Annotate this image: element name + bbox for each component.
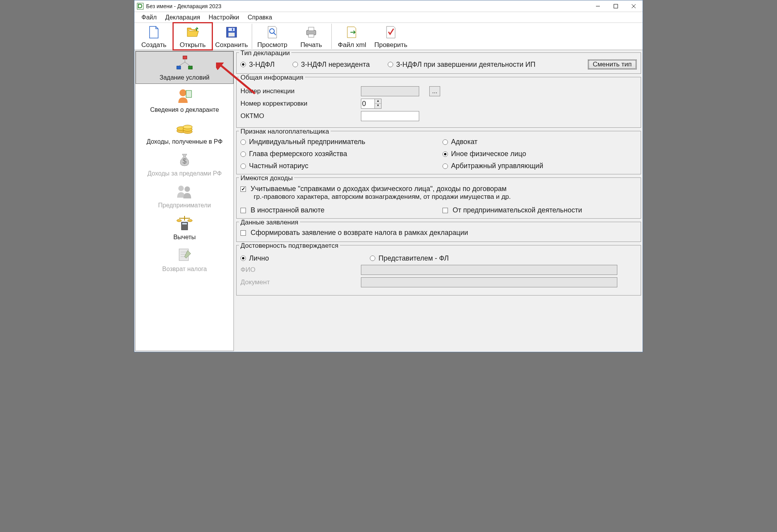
svg-rect-6	[228, 28, 235, 31]
oktmo-field[interactable]	[361, 111, 419, 121]
scales-calc-icon	[175, 214, 194, 232]
sidebar-item-income-foreign: $ Доходы за пределами РФ	[136, 148, 233, 179]
taxpayer-individual[interactable]: Иное физическое лицо	[443, 150, 637, 158]
main-panel: Тип декларации 3-НДФЛ 3-НДФЛ нерезидента…	[235, 50, 643, 352]
conditions-icon	[175, 55, 194, 73]
income-group: Имеются доходы Учитываемые "справками о …	[236, 177, 641, 219]
toolbar: Создать Открыть Сохранить Просмотр Печа	[134, 23, 643, 50]
decl-type-3ndfl[interactable]: 3-НДФЛ	[240, 61, 275, 69]
decl-type-nonresident[interactable]: 3-НДФЛ нерезидента	[293, 61, 370, 69]
svg-rect-21	[186, 90, 192, 97]
taxpayer-ip[interactable]: Индивидуальный предприниматель	[240, 138, 435, 146]
app-window: Без имени - Декларация 2023 Файл Деклара…	[134, 0, 643, 352]
printer-icon	[304, 25, 318, 39]
menu-file[interactable]: Файл	[138, 13, 160, 22]
taxpayer-notary[interactable]: Частный нотариус	[240, 162, 435, 170]
toolbar-xml[interactable]: Файл xml	[333, 23, 371, 50]
toolbar-preview[interactable]: Просмотр	[253, 23, 292, 50]
change-type-button[interactable]: Сменить тип	[588, 59, 637, 70]
svg-rect-15	[177, 66, 181, 69]
income-entrepreneur-check[interactable]: От предпринимательской деятельности	[443, 206, 582, 214]
close-button[interactable]	[625, 0, 643, 12]
person-icon	[175, 87, 194, 105]
svg-point-29	[185, 186, 190, 192]
form-refund-application-check[interactable]: Сформировать заявление о возврате налога…	[240, 229, 468, 237]
taxpayer-farmer[interactable]: Глава фермерского хозяйства	[240, 150, 435, 158]
svg-rect-12	[308, 27, 314, 31]
toolbar-create[interactable]: Создать	[134, 23, 173, 50]
sidebar-item-conditions[interactable]: Задание условий	[136, 51, 233, 84]
spin-down[interactable]: ▼	[375, 104, 381, 108]
toolbar-open[interactable]: Открыть	[173, 23, 212, 50]
svg-rect-16	[188, 66, 192, 69]
minimize-button[interactable]	[589, 0, 607, 12]
auth-personal[interactable]: Лично	[240, 254, 269, 263]
income-certificates-check[interactable]: Учитываемые "справками о доходах физичес…	[240, 185, 507, 193]
svg-point-33	[188, 219, 192, 222]
taxpayer-lawyer[interactable]: Адвокат	[443, 138, 637, 146]
floppy-save-icon	[225, 25, 239, 39]
auth-group: Достоверность подтверждается Лично Предс…	[236, 245, 641, 296]
sidebar: Задание условий Сведения о декларанте До…	[135, 51, 234, 351]
sidebar-item-declarant[interactable]: Сведения о декларанте	[136, 84, 233, 116]
decl-type-group: Тип декларации 3-НДФЛ 3-НДФЛ нерезидента…	[236, 52, 641, 74]
fio-label: ФИО	[240, 266, 357, 274]
preview-icon	[265, 25, 279, 39]
money-bag-icon: $	[175, 151, 194, 169]
menu-settings[interactable]: Настройки	[205, 13, 243, 22]
svg-point-26	[183, 125, 192, 129]
application-group: Данные заявления Сформировать заявление …	[236, 222, 641, 242]
titlebar: Без имени - Декларация 2023	[134, 0, 643, 12]
svg-rect-2	[614, 4, 618, 8]
spin-up[interactable]: ▲	[375, 99, 381, 104]
general-info-group: Общая информация Номер инспекции ... Ном…	[236, 77, 641, 128]
svg-rect-7	[228, 33, 235, 37]
taxpayer-arbitrator[interactable]: Арбитражный управляющий	[443, 162, 637, 170]
svg-rect-35	[182, 223, 187, 224]
menu-declaration[interactable]: Декларация	[161, 13, 204, 22]
svg-text:$: $	[183, 157, 186, 165]
decl-type-ip-close[interactable]: 3-НДФЛ при завершении деятельности ИП	[388, 61, 535, 69]
inspection-label: Номер инспекции	[240, 87, 357, 95]
check-icon	[384, 25, 398, 39]
income-foreign-currency-check[interactable]: В иностранной валюте	[240, 206, 427, 214]
folder-open-icon	[186, 25, 200, 39]
svg-point-20	[179, 89, 186, 96]
auth-representative[interactable]: Представителем - ФЛ	[370, 254, 449, 263]
sidebar-item-entrepreneurs: Предприниматели	[136, 179, 233, 211]
svg-line-19	[185, 62, 190, 66]
coins-icon	[175, 119, 194, 137]
toolbar-check[interactable]: Проверить	[371, 23, 410, 50]
toolbar-print[interactable]: Печать	[292, 23, 331, 50]
correction-label: Номер корректировки	[240, 100, 357, 108]
sidebar-item-deductions[interactable]: Вычеты	[136, 211, 233, 243]
svg-point-32	[177, 219, 181, 222]
window-title: Без имени - Декларация 2023	[146, 3, 221, 9]
taxpayer-group: Признак налогоплательщика Индивидуальный…	[236, 131, 641, 174]
doc-field	[361, 277, 617, 287]
menu-help[interactable]: Справка	[244, 13, 276, 22]
svg-line-18	[179, 62, 185, 66]
svg-point-28	[178, 186, 184, 191]
maximize-button[interactable]	[607, 0, 625, 12]
svg-rect-8	[232, 28, 233, 31]
inspection-field[interactable]	[361, 86, 419, 96]
inspection-browse-button[interactable]: ...	[429, 86, 440, 96]
fio-field	[361, 265, 617, 275]
toolbar-save[interactable]: Сохранить	[212, 23, 251, 50]
people-icon	[175, 183, 194, 200]
file-new-icon	[147, 25, 161, 39]
menubar: Файл Декларация Настройки Справка	[134, 12, 643, 23]
oktmo-label: ОКТМО	[240, 112, 357, 120]
doc-label: Документ	[240, 278, 357, 286]
xml-export-icon	[345, 25, 359, 39]
sidebar-item-income-rf[interactable]: Доходы, полученные в РФ	[136, 116, 233, 148]
svg-rect-13	[308, 34, 314, 37]
sidebar-item-tax-refund: Возврат налога	[136, 243, 233, 275]
app-icon	[137, 3, 144, 10]
correction-stepper[interactable]: ▲▼	[361, 99, 382, 109]
svg-rect-14	[183, 56, 187, 59]
document-pen-icon	[175, 246, 194, 264]
